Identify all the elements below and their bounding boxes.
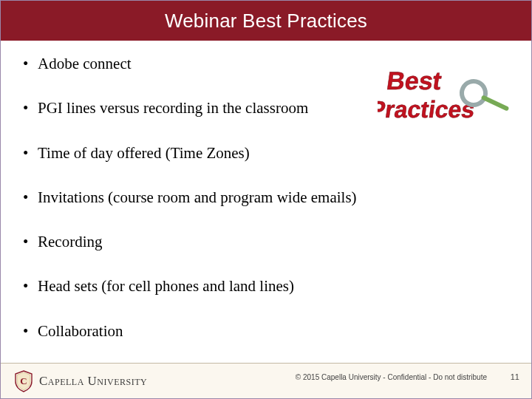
title-bar: Webinar Best Practices [1,1,531,41]
list-item: Invitations (course room and program wid… [21,188,511,207]
svg-text:Best: Best [385,66,443,95]
slide: Webinar Best Practices Adobe connect PGI… [0,0,532,399]
list-item: Head sets (for cell phones and land line… [21,276,511,296]
org-name: Capella University [39,374,147,389]
shield-icon: C [14,370,33,392]
page-number: 11 [511,372,519,381]
slide-title: Webinar Best Practices [165,10,367,33]
footer-disclaimer: © 2015 Capella University - Confidential… [296,373,487,381]
svg-text:C: C [20,375,27,386]
svg-rect-3 [481,95,510,111]
list-item: Collaboration [21,321,511,341]
org-logo: C Capella University [14,370,147,392]
list-item: Time of day offered (Time Zones) [21,143,511,163]
best-practices-graphic: Best Practices [378,52,518,126]
list-item: Recording [21,232,511,251]
